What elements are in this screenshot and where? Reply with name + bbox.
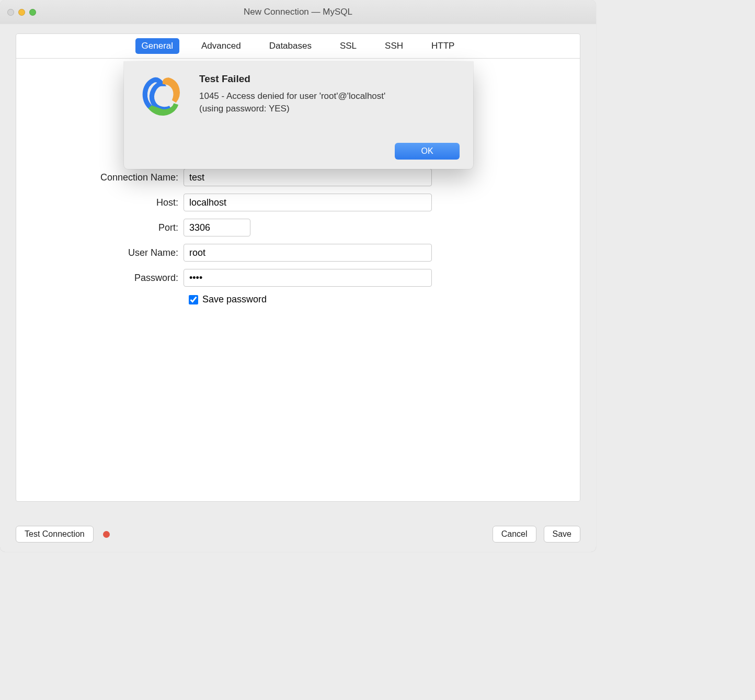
tab-general[interactable]: General — [135, 38, 179, 54]
navicat-app-icon — [139, 73, 187, 160]
host-label: Host: — [16, 197, 184, 208]
password-label: Password: — [16, 273, 184, 284]
tab-http[interactable]: HTTP — [425, 38, 461, 54]
port-field[interactable] — [184, 219, 250, 236]
save-button[interactable]: Save — [544, 526, 580, 543]
test-connection-button[interactable]: Test Connection — [16, 526, 94, 543]
status-indicator-icon — [103, 531, 110, 538]
tab-advanced[interactable]: Advanced — [195, 38, 247, 54]
connection-name-label: Connection Name: — [16, 172, 184, 183]
connection-name-field[interactable] — [184, 168, 432, 186]
test-failed-dialog: Test Failed 1045 - Access denied for use… — [124, 62, 473, 169]
user-name-field[interactable] — [184, 244, 432, 262]
tabs-bar: General Advanced Databases SSL SSH HTTP — [16, 34, 580, 59]
tab-ssl[interactable]: SSL — [334, 38, 363, 54]
save-password-checkbox[interactable] — [189, 295, 198, 304]
dialog-title: Test Failed — [199, 73, 460, 85]
window-title: New Connection — MySQL — [0, 7, 596, 17]
save-password-label: Save password — [202, 294, 267, 305]
connection-window: New Connection — MySQL General Advanced … — [0, 0, 596, 552]
tab-ssh[interactable]: SSH — [379, 38, 409, 54]
tab-databases[interactable]: Databases — [263, 38, 318, 54]
footer: Test Connection Cancel Save — [16, 526, 580, 543]
port-label: Port: — [16, 222, 184, 233]
password-field[interactable] — [184, 269, 432, 287]
ok-button[interactable]: OK — [395, 143, 460, 160]
cancel-button[interactable]: Cancel — [493, 526, 536, 543]
host-field[interactable] — [184, 194, 432, 211]
user-name-label: User Name: — [16, 247, 184, 258]
titlebar: New Connection — MySQL — [0, 0, 596, 24]
dialog-message: 1045 - Access denied for user 'root'@'lo… — [199, 90, 398, 115]
